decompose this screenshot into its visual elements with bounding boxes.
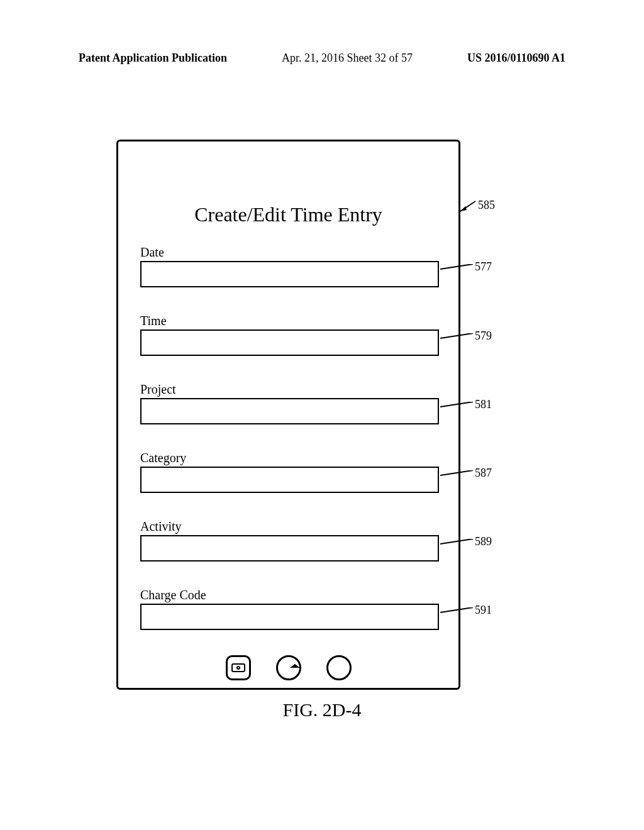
date-field[interactable] bbox=[140, 261, 439, 287]
charge-code-field[interactable] bbox=[140, 604, 439, 630]
charge-code-label: Charge Code bbox=[140, 588, 439, 602]
page-header: Patent Application Publication Apr. 21, … bbox=[0, 52, 644, 65]
form-group-project: Project bbox=[140, 382, 439, 424]
callout-arrow-589 bbox=[440, 539, 475, 556]
svg-line-2 bbox=[440, 264, 473, 269]
device-frame: Create/Edit Time Entry Date Time Project… bbox=[116, 140, 460, 690]
time-field[interactable] bbox=[140, 329, 439, 356]
header-publication: Patent Application Publication bbox=[79, 52, 227, 65]
callout-arrow-591 bbox=[440, 607, 475, 625]
nav-search-button[interactable] bbox=[326, 655, 352, 680]
back-icon bbox=[231, 663, 245, 672]
form-group-activity: Activity bbox=[140, 519, 439, 562]
callout-587: 587 bbox=[475, 467, 492, 480]
category-label: Category bbox=[140, 451, 439, 465]
callout-arrow-577 bbox=[440, 264, 475, 282]
callout-589: 589 bbox=[475, 535, 492, 548]
device-nav-bar bbox=[118, 655, 458, 680]
callout-591: 591 bbox=[475, 604, 492, 617]
svg-line-7 bbox=[440, 607, 473, 612]
svg-line-4 bbox=[440, 402, 473, 407]
form-group-date: Date bbox=[140, 245, 439, 287]
callout-581: 581 bbox=[475, 398, 492, 411]
callout-577: 577 bbox=[475, 260, 492, 274]
project-label: Project bbox=[140, 382, 439, 397]
nav-back-button[interactable] bbox=[226, 655, 251, 680]
svg-line-5 bbox=[440, 470, 473, 475]
project-field[interactable] bbox=[140, 398, 439, 424]
header-sheet-info: Apr. 21, 2016 Sheet 32 of 57 bbox=[282, 52, 413, 65]
callout-585: 585 bbox=[478, 199, 495, 212]
svg-line-3 bbox=[440, 333, 473, 338]
svg-line-6 bbox=[440, 539, 473, 544]
time-label: Time bbox=[140, 314, 439, 328]
activity-label: Activity bbox=[140, 519, 439, 534]
form-group-charge-code: Charge Code bbox=[140, 588, 439, 630]
header-patent-number: US 2016/0110690 A1 bbox=[467, 52, 565, 65]
nav-home-button[interactable] bbox=[276, 655, 301, 680]
form-group-time: Time bbox=[140, 314, 439, 356]
callout-arrow-581 bbox=[440, 402, 475, 419]
form-title: Create/Edit Time Entry bbox=[118, 203, 458, 226]
figure-caption: FIG. 2D-4 bbox=[0, 699, 644, 721]
date-label: Date bbox=[140, 245, 439, 260]
category-field[interactable] bbox=[140, 467, 439, 493]
callout-arrow-585 bbox=[460, 200, 479, 213]
form-group-category: Category bbox=[140, 451, 439, 493]
callout-579: 579 bbox=[475, 329, 492, 343]
callout-arrow-579 bbox=[440, 333, 475, 351]
callout-arrow-587 bbox=[440, 470, 475, 488]
activity-field[interactable] bbox=[140, 535, 439, 562]
